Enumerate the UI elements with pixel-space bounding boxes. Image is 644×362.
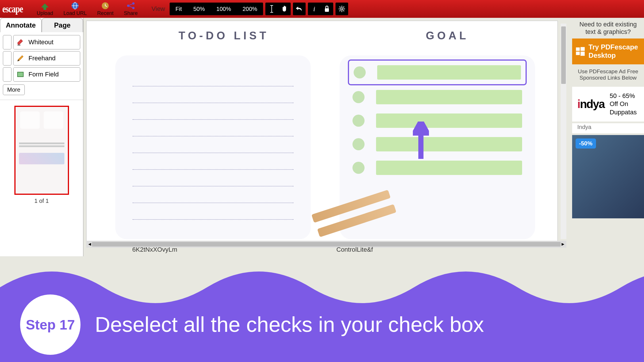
settings-button[interactable] <box>336 3 348 15</box>
info-button[interactable]: i <box>308 3 321 15</box>
undo-button[interactable] <box>293 3 306 15</box>
svg-rect-16 <box>580 51 585 56</box>
text-cursor-button[interactable] <box>265 3 278 15</box>
thumbnail-label: 1 of 1 <box>0 198 83 204</box>
more-button[interactable]: More <box>3 84 25 95</box>
scrollbar-thumb[interactable] <box>561 26 566 84</box>
goal-checkbox-2[interactable] <box>352 90 522 104</box>
goal-field[interactable] <box>376 161 522 175</box>
checkbox-circle[interactable] <box>352 115 365 127</box>
step-badge: Step 17 <box>20 294 80 355</box>
tool-slot-2[interactable] <box>3 51 12 66</box>
vertical-scrollbar[interactable] <box>561 24 566 239</box>
svg-point-6 <box>132 7 135 9</box>
todo-line <box>133 136 294 153</box>
todo-line <box>133 86 294 103</box>
sidebar-tabs: Annotate Page <box>0 18 83 32</box>
svg-rect-14 <box>580 47 585 51</box>
desktop-promo[interactable]: Try PDFescape Desktop <box>572 38 644 64</box>
share-button[interactable]: Share <box>124 2 138 16</box>
load-url-button[interactable]: Load URL <box>64 2 87 16</box>
instruction-arrow-icon <box>413 122 429 159</box>
zoom-200-button[interactable]: 200% <box>237 3 263 15</box>
checkbox-circle[interactable] <box>354 66 366 78</box>
whiteout-icon <box>16 38 24 46</box>
svg-point-4 <box>127 5 129 7</box>
lock-button[interactable] <box>321 3 333 15</box>
svg-line-7 <box>129 4 133 5</box>
checkbox-circle[interactable] <box>352 91 365 103</box>
upload-button[interactable]: Upload <box>37 2 53 16</box>
todo-heading: TO-DO LIST <box>179 30 269 42</box>
zoom-fit-button[interactable]: Fit <box>170 3 187 15</box>
globe-icon <box>70 2 80 10</box>
svg-point-10 <box>341 8 343 10</box>
svg-point-5 <box>132 2 135 5</box>
form-field-icon <box>16 70 24 78</box>
svg-rect-11 <box>18 45 20 46</box>
upload-label: Upload <box>37 10 53 16</box>
form-field-button[interactable]: Form Field <box>13 67 80 82</box>
scroll-left-arrow[interactable]: ◄ <box>87 242 92 247</box>
todo-line <box>133 153 294 170</box>
todo-line <box>133 186 294 203</box>
windows-icon <box>576 44 585 59</box>
instruction-text: Deselect all the checks in your check bo… <box>95 312 484 337</box>
freehand-label: Freehand <box>28 55 55 62</box>
upload-icon <box>39 2 50 10</box>
goal-checkbox-5[interactable] <box>352 161 522 175</box>
goal-field[interactable] <box>376 90 522 104</box>
view-label: View <box>152 5 165 13</box>
todo-line <box>133 203 294 220</box>
svg-rect-12 <box>18 72 23 77</box>
cursor-tools <box>265 3 291 15</box>
share-label: Share <box>124 10 138 16</box>
whiteout-button[interactable]: Whiteout <box>13 35 80 49</box>
checkbox-circle[interactable] <box>352 162 365 174</box>
todo-line <box>133 103 294 120</box>
todo-line <box>133 70 294 86</box>
tool-palette: Whiteout Freehand Form Field More <box>0 32 83 98</box>
svg-rect-13 <box>576 47 580 51</box>
page-thumbnail-1[interactable] <box>14 106 69 195</box>
desktop-promo-text: Try PDFescape Desktop <box>589 43 641 60</box>
todo-panel <box>115 55 311 239</box>
pdf-page[interactable]: TO-DO LIST GOAL <box>86 21 558 242</box>
left-panel: Annotate Page Whiteout Freehand Form Fie… <box>0 18 83 256</box>
recent-label: Recent <box>97 10 114 16</box>
ad-brand-label: Indya <box>572 123 644 133</box>
goal-field[interactable] <box>376 137 522 151</box>
tool-slot-1[interactable] <box>3 35 12 49</box>
goal-checkbox-3[interactable] <box>352 113 522 128</box>
tab-page[interactable]: Page <box>42 18 83 32</box>
sponsored-info: Use PDFescape Ad Free Sponsored Links Be… <box>572 64 644 85</box>
document-scroll[interactable]: TO-DO LIST GOAL <box>86 21 566 248</box>
sponsored-ad-image[interactable]: -50% <box>572 135 644 218</box>
recent-button[interactable]: Recent <box>97 2 114 16</box>
tab-annotate[interactable]: Annotate <box>0 18 42 32</box>
whiteout-label: Whiteout <box>28 38 53 46</box>
svg-rect-9 <box>325 8 329 12</box>
goal-checkbox-1[interactable] <box>348 59 527 85</box>
svg-rect-15 <box>576 51 580 55</box>
scroll-right-arrow[interactable]: ► <box>561 242 565 247</box>
hand-cursor-button[interactable] <box>278 3 291 15</box>
goal-checkbox-4[interactable] <box>352 137 522 151</box>
goal-field[interactable] <box>376 113 522 128</box>
todo-line <box>133 170 294 186</box>
gear-icon <box>338 5 346 13</box>
app-logo: escape <box>2 3 23 15</box>
freehand-button[interactable]: Freehand <box>13 51 80 66</box>
tool-slot-3[interactable] <box>3 67 12 82</box>
checkbox-circle[interactable] <box>352 138 365 150</box>
info-tools: i <box>308 3 333 15</box>
zoom-100-button[interactable]: 100% <box>211 3 237 15</box>
lock-icon <box>324 5 330 12</box>
svg-line-8 <box>129 6 133 8</box>
sponsored-ad-1[interactable]: indya 50 - 65% Off On Duppatas <box>572 87 644 122</box>
top-toolbar: escape Upload Load URL Recent Share View… <box>0 0 644 18</box>
thumbnail-panel: 1 of 1 <box>0 100 83 210</box>
zoom-50-button[interactable]: 50% <box>187 3 210 15</box>
goal-field[interactable] <box>377 65 521 80</box>
form-field-label: Form Field <box>28 71 59 78</box>
